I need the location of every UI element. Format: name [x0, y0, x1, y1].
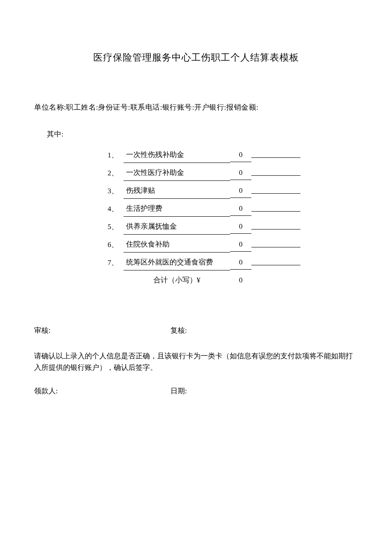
row-label: 供养亲属抚恤金 [124, 218, 230, 235]
table-row: 7、 统筹区外就医的交通食宿费 0 [100, 253, 300, 271]
review-label: 复核: [170, 325, 358, 335]
table-row: 4、 生活护理费 0 [100, 200, 300, 218]
row-number: 5、 [100, 222, 124, 232]
row-value: 0 [230, 238, 251, 252]
date-label: 日期: [170, 386, 358, 396]
row-tail [251, 278, 300, 283]
row-label: 住院伙食补助 [124, 236, 230, 253]
row-label: 伤残津贴 [124, 183, 230, 199]
row-tail [251, 242, 300, 247]
row-number: 7、 [100, 258, 124, 267]
row-value: 0 [230, 256, 251, 270]
table-row: 2、 一次性医疗补助金 0 [100, 164, 300, 182]
row-label: 统筹区外就医的交通食宿费 [124, 254, 230, 271]
row-value: 0 [230, 220, 251, 234]
row-value: 0 [230, 184, 251, 198]
row-label: 一次性医疗补助金 [124, 165, 230, 181]
row-number: 4、 [100, 204, 124, 214]
page-title: 医疗保险管理服务中心工伤职工个人结算表模板 [34, 51, 358, 64]
row-label: 生活护理费 [124, 200, 230, 217]
row-value: 0 [230, 166, 251, 180]
row-number: 6、 [100, 240, 124, 250]
total-value: 0 [230, 273, 251, 287]
row-label: 一次性伤残补助金 [124, 147, 230, 163]
total-label: 合计（小写）¥ [124, 272, 230, 288]
table-row: 5、 供养亲属抚恤金 0 [100, 218, 300, 235]
among-label: 其中: [47, 129, 358, 139]
signature-row-2: 领款人: 日期: [34, 386, 358, 396]
row-tail [251, 224, 300, 230]
row-value: 0 [230, 148, 251, 162]
settlement-table: 1、 一次性伤残补助金 0 2、 一次性医疗补助金 0 3、 伤残津贴 0 4、… [100, 146, 300, 289]
table-row: 6、 住院伙食补助 0 [100, 235, 300, 253]
payee-label: 领款人: [34, 386, 170, 396]
notice-text: 请确认以上录入的个人信息是否正确，且该银行卡为一类卡（如信息有误您的支付款项将不… [34, 350, 358, 373]
table-row: 3、 伤残津贴 0 [100, 182, 300, 200]
row-tail [251, 170, 300, 176]
row-number: 2、 [100, 168, 124, 178]
audit-label: 审核: [34, 325, 170, 335]
row-number: 3、 [100, 186, 124, 196]
row-tail [251, 260, 300, 265]
row-number: 1、 [100, 150, 124, 160]
row-tail [251, 206, 300, 212]
signature-row-1: 审核: 复核: [34, 325, 358, 335]
info-line: 单位名称:职工姓名:身份证号:联系电话:银行账号:开户银行:报销金额: [34, 102, 358, 112]
table-row: 1、 一次性伤残补助金 0 [100, 146, 300, 164]
row-tail [251, 152, 300, 158]
table-total-row: 合计（小写）¥ 0 [100, 271, 300, 289]
row-value: 0 [230, 202, 251, 216]
row-tail [251, 188, 300, 194]
